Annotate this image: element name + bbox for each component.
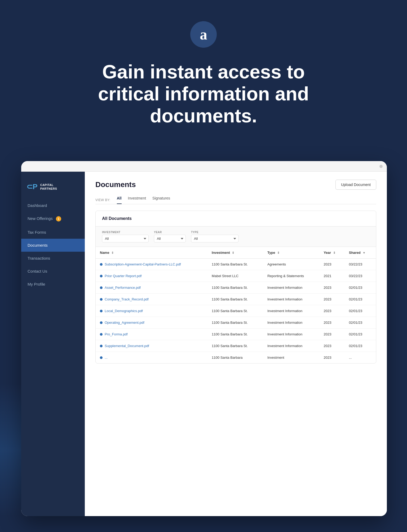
cell-name: Pro_Forma.pdf	[96, 329, 207, 340]
cell-investment: 1100 Santa Barbara St.	[207, 282, 263, 294]
table-row: Asset_Performance.pdf1100 Santa Barbara …	[96, 282, 376, 294]
cell-investment: 1100 Santa Barbara St.	[207, 305, 263, 317]
doc-link[interactable]: Asset_Performance.pdf	[100, 286, 203, 290]
sidebar: ⊂P CAPITALPARTNERS Dashboard New Offerin…	[21, 172, 85, 516]
sidebar-item-tax-forms[interactable]: Tax Forms	[21, 226, 85, 239]
cell-year: 2023	[320, 340, 345, 352]
doc-name: Local_Demographics.pdf	[105, 309, 143, 313]
doc-link[interactable]: Company_Track_Record.pdf	[100, 297, 203, 301]
doc-link[interactable]: Operating_Agreement.pdf	[100, 321, 203, 325]
cell-name: Subscription-Agreement-Capital-Partners-…	[96, 259, 207, 270]
doc-name: Supplemental_Document.pdf	[105, 344, 149, 348]
documents-card: All Documents INVESTMENT All 1100 Santa …	[95, 211, 376, 363]
tab-signatures[interactable]: Signatures	[152, 196, 170, 204]
app-logo: a	[190, 21, 217, 48]
documents-table: Name ⇕ Investment ⇕ Type ⇕ Year ⇕ Shared…	[96, 247, 376, 363]
logo-letter: a	[200, 26, 207, 43]
page-title: Documents	[95, 180, 136, 189]
upload-document-button[interactable]: Upload Document	[335, 180, 376, 190]
table-row: Subscription-Agreement-Capital-Partners-…	[96, 259, 376, 270]
cell-year: 2023	[320, 305, 345, 317]
tab-investment[interactable]: Investment	[128, 196, 146, 204]
doc-name: Asset_Performance.pdf	[105, 286, 141, 290]
doc-indicator	[100, 321, 103, 324]
sidebar-item-contact-us[interactable]: Contact Us	[21, 265, 85, 278]
doc-indicator	[100, 298, 103, 301]
col-shared[interactable]: Shared ▼	[345, 247, 376, 259]
sidebar-item-documents[interactable]: Documents	[21, 239, 85, 252]
filter-type: TYPE All Agreements Reporting & Statemen…	[191, 231, 238, 242]
doc-link[interactable]: Prior Quarter Report.pdf	[100, 274, 203, 278]
col-year[interactable]: Year ⇕	[320, 247, 345, 259]
table-row: Local_Demographics.pdf1100 Santa Barbara…	[96, 305, 376, 317]
documents-card-title: All Documents	[96, 211, 376, 227]
filter-investment: INVESTMENT All 1100 Santa Barbara St. Ma…	[102, 231, 149, 242]
shared-sort-icon: ▼	[362, 251, 365, 254]
app-window: ⊂P CAPITALPARTNERS Dashboard New Offerin…	[21, 161, 387, 516]
cell-investment: 1100 Santa Barbara	[207, 352, 263, 363]
app-layout: ⊂P CAPITALPARTNERS Dashboard New Offerin…	[21, 172, 387, 516]
col-investment[interactable]: Investment ⇕	[207, 247, 263, 259]
cell-name: Operating_Agreement.pdf	[96, 317, 207, 329]
cell-shared: 02/01/23	[345, 282, 376, 294]
window-bar	[21, 161, 387, 172]
brand-icon: ⊂P	[26, 182, 38, 191]
tab-all[interactable]: All	[117, 196, 122, 204]
doc-link[interactable]: Supplemental_Document.pdf	[100, 344, 203, 348]
table-header-row: Name ⇕ Investment ⇕ Type ⇕ Year ⇕ Shared…	[96, 247, 376, 259]
cell-name: ...	[96, 352, 207, 363]
sidebar-item-transactions[interactable]: Transactions	[21, 252, 85, 265]
sidebar-item-dashboard[interactable]: Dashboard	[21, 199, 85, 212]
window-controls	[379, 165, 383, 168]
cell-type: Agreements	[263, 259, 320, 270]
doc-link[interactable]: Pro_Forma.pdf	[100, 332, 203, 336]
type-select[interactable]: All Agreements Reporting & Statements In…	[191, 235, 238, 242]
main-content: Documents Upload Document VIEW BY: All I…	[85, 172, 387, 516]
doc-name: Prior Quarter Report.pdf	[105, 274, 141, 278]
doc-link[interactable]: Local_Demographics.pdf	[100, 309, 203, 313]
view-by-label: VIEW BY:	[95, 198, 110, 202]
doc-indicator	[100, 275, 103, 277]
cell-shared: 02/01/23	[345, 329, 376, 340]
doc-indicator	[100, 356, 103, 359]
sidebar-item-my-profile[interactable]: My Profile	[21, 278, 85, 291]
cell-investment: 1100 Santa Barbara St.	[207, 294, 263, 305]
cell-investment: 1100 Santa Barbara St.	[207, 259, 263, 270]
cell-investment: 1100 Santa Barbara St.	[207, 329, 263, 340]
filter-type-label: TYPE	[191, 231, 238, 234]
view-by-bar: VIEW BY: All Investment Signatures	[95, 196, 376, 204]
table-row: ...1100 Santa BarbaraInvestment2023...	[96, 352, 376, 363]
table-row: Prior Quarter Report.pdfMabel Street LLC…	[96, 270, 376, 282]
year-select[interactable]: All 2023 2021	[154, 235, 186, 242]
doc-indicator	[100, 333, 103, 336]
table-row: Company_Track_Record.pdf1100 Santa Barba…	[96, 294, 376, 305]
cell-shared: 02/01/23	[345, 294, 376, 305]
cell-year: 2023	[320, 294, 345, 305]
cell-shared: 02/01/23	[345, 305, 376, 317]
cell-name: Company_Track_Record.pdf	[96, 294, 207, 305]
cell-year: 2023	[320, 282, 345, 294]
filter-year-label: YEAR	[154, 231, 186, 234]
doc-name: ...	[105, 356, 108, 360]
filter-investment-label: INVESTMENT	[102, 231, 149, 234]
cell-type: Investment Information	[263, 305, 320, 317]
doc-indicator	[100, 310, 103, 312]
investment-select[interactable]: All 1100 Santa Barbara St. Mabel Street …	[102, 235, 149, 242]
page-header: Documents Upload Document	[95, 180, 376, 190]
filters-bar: INVESTMENT All 1100 Santa Barbara St. Ma…	[96, 227, 376, 247]
col-name[interactable]: Name ⇕	[96, 247, 207, 259]
doc-link[interactable]: ...	[100, 356, 203, 360]
doc-name: Pro_Forma.pdf	[105, 332, 128, 336]
brand-name: CAPITALPARTNERS	[40, 183, 57, 191]
cell-type: Investment Information	[263, 294, 320, 305]
cell-name: Prior Quarter Report.pdf	[96, 270, 207, 282]
doc-link[interactable]: Subscription-Agreement-Capital-Partners-…	[100, 262, 203, 266]
cell-type: Reporting & Statements	[263, 270, 320, 282]
name-sort-icon: ⇕	[111, 251, 114, 255]
col-type[interactable]: Type ⇕	[263, 247, 320, 259]
sidebar-logo: ⊂P CAPITALPARTNERS	[21, 177, 85, 199]
cell-investment: Mabel Street LLC	[207, 270, 263, 282]
cell-name: Supplemental_Document.pdf	[96, 340, 207, 352]
table-row: Operating_Agreement.pdf1100 Santa Barbar…	[96, 317, 376, 329]
sidebar-item-new-offerings[interactable]: New Offerings 1	[21, 212, 85, 226]
